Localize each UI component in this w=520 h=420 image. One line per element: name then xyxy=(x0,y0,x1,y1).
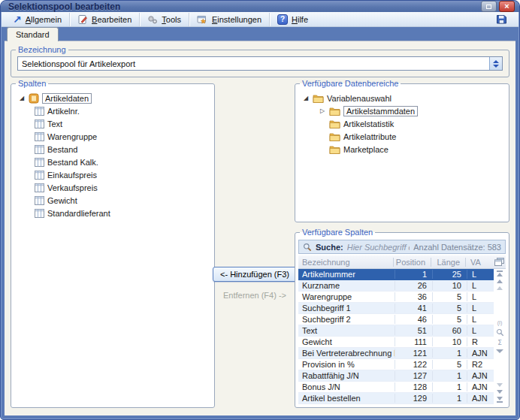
window-title: Selektionspool bearbeiten xyxy=(8,2,479,12)
edit-document-icon xyxy=(77,14,88,25)
einstellungen-button[interactable]: Einstellungen xyxy=(192,13,267,26)
tree-node-column[interactable]: Einkaufspreis xyxy=(14,168,211,181)
column-header-bezeichnung[interactable]: Bezeichnung xyxy=(298,258,393,267)
record-indicator-icon: (I) xyxy=(497,320,503,325)
bezeichnung-caption: Bezeichnung xyxy=(16,45,68,54)
scroll-top-icon[interactable] xyxy=(497,270,503,276)
help-icon: ? xyxy=(277,14,288,25)
column-header-va[interactable]: VA xyxy=(465,258,492,267)
tree-node-artikeldaten[interactable]: ◢ Artikeldaten xyxy=(14,92,211,104)
spin-up-icon xyxy=(493,60,499,63)
tree-node-label: Artikeldaten xyxy=(42,93,92,104)
tab-strip: Standard xyxy=(1,27,519,41)
tree-node-column[interactable]: Artikelnr. xyxy=(14,104,211,117)
settings-window-icon xyxy=(197,14,208,25)
tree-node-label: Standardlieferant xyxy=(47,209,110,218)
tree-node-artikelstatistik[interactable]: Artikelstatistik xyxy=(298,117,506,130)
bezeichnung-group: Bezeichnung Selektionspool für Artikelex… xyxy=(11,45,509,77)
verfuegbare-spalten-group: Verfügbare Spalten Suche: Anzahl Datensä… xyxy=(295,228,509,408)
column-header-laenge[interactable]: Länge xyxy=(431,258,465,267)
tab-standard[interactable]: Standard xyxy=(7,27,59,41)
folder-icon xyxy=(329,145,340,154)
search-bar[interactable]: Suche: Anzahl Datensätze: 583 xyxy=(298,240,506,254)
spalten-tree: ◢ Artikeldaten Artikelnr. Tex xyxy=(13,89,213,222)
grid-rows: Artikelnummer125L Kurzname2610L Warengru… xyxy=(298,269,494,404)
tree-node-column[interactable]: Warengruppe xyxy=(14,130,211,143)
grid-search-icon[interactable] xyxy=(496,328,504,337)
title-bar[interactable]: Selektionspool bearbeiten × xyxy=(1,1,519,12)
page-up-icon[interactable] xyxy=(497,286,503,290)
tree-node-artikelattribute[interactable]: Artikelattribute xyxy=(298,130,506,143)
table-row[interactable]: Suchbegriff 2465L xyxy=(298,314,494,325)
expanded-icon[interactable]: ◢ xyxy=(18,95,26,101)
tree-node-column[interactable]: Gewicht xyxy=(14,194,211,207)
folder-icon xyxy=(329,119,340,128)
tree-node-label: Marketplace xyxy=(343,145,388,154)
table-columns-icon xyxy=(35,209,44,218)
table-row[interactable]: Artikelnummer125L xyxy=(298,269,494,280)
table-columns-icon xyxy=(35,119,44,128)
tree-node-label: Bestand xyxy=(47,145,77,154)
column-chooser-icon[interactable] xyxy=(492,258,506,266)
table-row[interactable]: Text5160L xyxy=(298,325,494,337)
table-row[interactable]: Provision in %1225R2 xyxy=(298,359,494,370)
tree-node-variablenauswahl[interactable]: ◢ Variablenauswahl xyxy=(298,92,506,104)
tree-node-column[interactable]: Bestand Kalk. xyxy=(14,156,211,168)
table-row[interactable]: Rabattfähig J/N1271AJN xyxy=(298,370,494,382)
close-button[interactable]: × xyxy=(499,1,515,12)
right-column: Verfügbare Datenbereiche ◢ Variablenausw… xyxy=(295,79,509,408)
table-columns-icon xyxy=(35,196,44,205)
bezeichnung-value: Selektionspool für Artikelexport xyxy=(18,59,489,68)
tree-node-marketplace[interactable]: Marketplace xyxy=(298,143,506,156)
content-panel: Bezeichnung Selektionspool für Artikelex… xyxy=(5,41,515,415)
collapsed-icon[interactable]: ▷ xyxy=(319,108,326,114)
column-header-position[interactable]: Position xyxy=(393,258,431,267)
combo-dropdown-button[interactable] xyxy=(489,57,502,70)
table-row[interactable]: Warengruppe365L xyxy=(298,292,494,303)
row-up-icon[interactable] xyxy=(497,279,503,283)
spin-down-icon xyxy=(493,65,499,68)
tools-label: Tools xyxy=(162,15,181,24)
allgemein-button[interactable]: ↗ Allgemein xyxy=(8,13,67,26)
hilfe-button[interactable]: ? Hilfe xyxy=(272,13,313,26)
filter-icon[interactable] xyxy=(496,349,503,353)
grid-nav-strip: (I) Σ xyxy=(494,269,506,404)
table-row[interactable]: Suchbegriff 1415L xyxy=(298,303,494,314)
tree-node-label: Variablenauswahl xyxy=(327,94,392,103)
search-icon xyxy=(303,243,312,252)
table-row[interactable]: Artikel bestellen1291AJN xyxy=(298,393,494,404)
toolbar-separator xyxy=(139,13,140,26)
table-row[interactable]: Bonus J/N1281AJN xyxy=(298,382,494,393)
grid-header: Bezeichnung Position Länge VA xyxy=(298,255,506,269)
expanded-icon[interactable]: ◢ xyxy=(302,95,310,101)
tools-button[interactable]: Tools xyxy=(142,13,186,26)
search-input[interactable] xyxy=(347,243,410,252)
table-row[interactable]: Bei Vertreterabrechnung berücksichtige12… xyxy=(298,348,494,359)
bezeichnung-combobox[interactable]: Selektionspool für Artikelexport xyxy=(17,56,503,71)
columns-grid: Bezeichnung Position Länge VA Artikelnum… xyxy=(298,255,506,404)
spalten-group: Spalten ◢ Artikeldaten Artikelnr. xyxy=(11,79,215,408)
scroll-bottom-icon[interactable] xyxy=(497,397,503,403)
tree-node-artikelstammdaten[interactable]: ▷ Artikelstammdaten xyxy=(298,104,506,117)
restore-button[interactable] xyxy=(481,1,497,12)
hinzufuegen-button[interactable]: <- Hinzufügen (F3) xyxy=(213,267,297,282)
toolbar-separator xyxy=(269,13,270,26)
table-row[interactable]: Gewicht11110R xyxy=(298,337,494,348)
tree-node-column[interactable]: Text xyxy=(14,117,211,130)
tree-node-column[interactable]: Bestand xyxy=(14,143,211,156)
save-button[interactable] xyxy=(491,12,512,26)
tree-node-label: Artikelnr. xyxy=(47,107,80,116)
datenbereiche-caption: Verfügbare Datenbereiche xyxy=(300,79,401,88)
table-row[interactable]: Kurzname2610L xyxy=(298,280,494,292)
page-down-icon[interactable] xyxy=(497,383,503,387)
tree-node-label: Artikelstatistik xyxy=(343,119,394,128)
bearbeiten-button[interactable]: Bearbeiten xyxy=(72,13,137,26)
tree-node-column[interactable]: Verkaufspreis xyxy=(14,181,211,194)
tree-node-column[interactable]: Standardlieferant xyxy=(14,207,211,219)
sum-icon[interactable]: Σ xyxy=(497,340,502,346)
row-down-icon[interactable] xyxy=(497,390,503,394)
table-columns-icon xyxy=(35,171,44,180)
table-columns-icon xyxy=(35,107,44,116)
tree-node-label: Artikelstammdaten xyxy=(343,106,418,116)
table-columns-icon xyxy=(35,183,44,192)
